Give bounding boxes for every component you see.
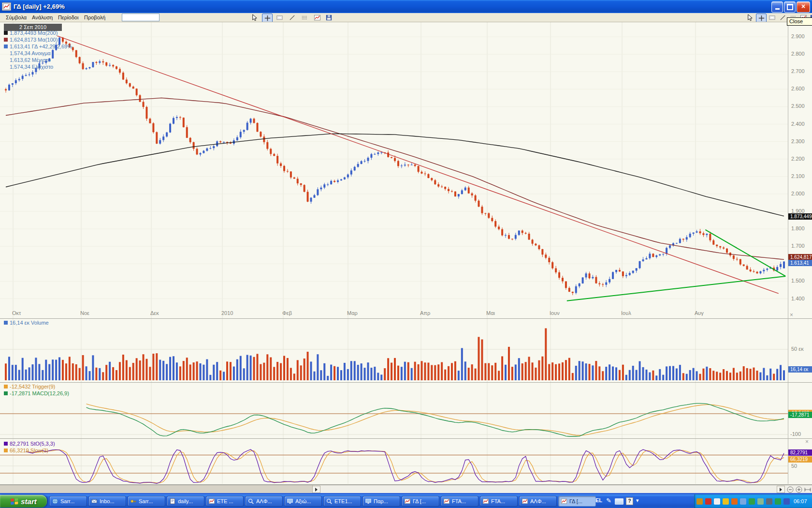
price-legend-row: 1.613,62 Μέγιστο [10,57,51,63]
price-axis-label: 1.700 [791,243,805,249]
month-axis-label: Μαρ [347,310,358,316]
close-tooltip: Close [787,17,812,26]
month-axis-label: 2010 [221,310,233,316]
price-axis-label: 2.400 [791,121,805,127]
price-axis-label: 1.500 [791,278,805,284]
price-legend-row: 1.613,41 ΓΔ +42,29 2,69% [4,44,72,49]
ma200-price-marker: 1.873,449 [788,213,812,220]
legend-swatch [4,31,8,35]
legend-swatch [4,321,8,325]
price-axis-label: 2.800 [791,51,805,57]
price-axis-label: 2.300 [791,138,805,144]
month-axis-label: Μαι [486,310,495,316]
month-axis-label: Ιουλ [621,310,631,316]
volume-axis-label: 50 εκ [791,346,804,352]
legend-swatch [4,442,8,446]
macd-axis-label: -100 [790,431,801,437]
price-axis-label: 2.500 [791,103,805,109]
chart-canvas[interactable] [0,0,812,508]
month-axis-label: Φεβ [282,310,292,316]
legend-swatch [4,448,8,452]
price-legend-row: 1.574,34 Ελάχιστο [10,64,53,70]
price-axis-label: 2.200 [791,156,805,162]
price-axis-label: 1.800 [791,225,805,231]
price-axis-label: 2.100 [791,173,805,179]
legend-swatch [4,391,8,395]
legend-swatch [4,38,8,42]
macd-legend-row: -17,2871 MACD(12,26,9) [4,390,69,396]
price-axis-label: 2.700 [791,68,805,74]
legend-swatch [4,385,8,388]
stoch-sto-marker: 82,2791 [788,449,812,456]
crosshair-date-box: 2 Σεπ 2010 [4,24,62,31]
stoch-legend-row: 66,3219 Slow(3) [4,448,48,453]
month-axis-label: Αυγ [695,310,704,316]
month-axis-label: Οκτ [12,310,21,316]
stoch-slow-marker: 66,3219 [788,456,812,463]
price-axis-label: 2.600 [791,86,805,91]
price-axis-label: 2.000 [791,191,805,196]
stoch-axis-label: 50 [791,463,797,469]
price-legend-row: 1.574,34 Ανοιγμα [10,50,51,56]
chart-background [0,22,812,485]
month-axis-label: Δεκ [150,310,159,316]
month-axis-label: Απρ [420,310,430,316]
month-axis-label: Ιουν [550,310,560,316]
volume-marker: 16,14 εκ [788,366,812,373]
stoch-legend-row: 82,2791 StO(5,3,3) [4,441,55,447]
legend-swatch [4,45,8,48]
macd-legend-row: -12,5432 Trigger(9) [4,384,55,389]
panel-close-icon[interactable]: × [790,313,793,317]
month-axis-label: Νοε [80,310,89,316]
last-price-marker: 1.613,41 [788,260,812,266]
application-window: ΓΔ [daily] +2,69% × ΣύμβολαΑνάλυσηΠερίοδ… [0,0,812,508]
panel-close-icon[interactable]: × [805,439,809,444]
ma100-price-marker: 1.624,817 [788,254,812,260]
price-axis-label: 2.900 [791,33,805,39]
price-axis-label: 1.400 [791,296,805,301]
macd-marker: -17,2871 [788,412,812,418]
price-legend-row: 1.624,8173 Mα(100) [4,37,58,43]
volume-legend-row: 16,14 εκ Volume [4,320,49,326]
